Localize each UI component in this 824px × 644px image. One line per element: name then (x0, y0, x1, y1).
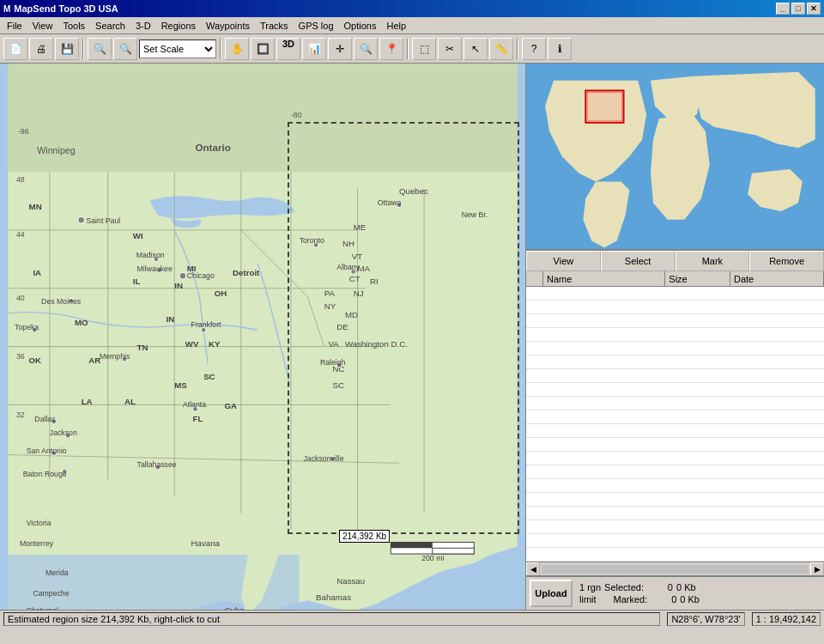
svg-text:Raleigh: Raleigh (320, 358, 346, 367)
menu-regions[interactable]: Regions (156, 20, 201, 32)
marked-count: 0 (651, 594, 676, 605)
svg-text:Ontario: Ontario (195, 142, 230, 153)
svg-text:44: 44 (16, 230, 25, 239)
table-row (526, 534, 824, 548)
svg-text:Washington D.C.: Washington D.C. (345, 339, 408, 349)
crosshair-button[interactable]: ✛ (328, 38, 352, 60)
menu-options[interactable]: Options (339, 20, 382, 32)
table-rows (526, 287, 824, 562)
svg-point-67 (179, 272, 186, 279)
separator-3 (407, 39, 409, 59)
zoom-area-button[interactable]: 🔲 (251, 38, 275, 60)
upload-bar: Upload 1 rgn Selected: 0 0 Kb limit Mark… (526, 575, 824, 610)
print-button[interactable]: 🖨 (29, 38, 53, 60)
new-button[interactable]: 📄 (3, 38, 27, 60)
svg-text:CT: CT (349, 274, 360, 283)
zoom-out-button[interactable]: 🔍 (88, 38, 112, 60)
svg-text:Topeka: Topeka (15, 323, 39, 331)
info-button[interactable]: ℹ (548, 38, 572, 60)
minimize-button[interactable]: _ (776, 3, 790, 15)
table-row (526, 355, 824, 369)
svg-text:Jackson: Jackson (50, 428, 77, 437)
help-button[interactable]: ? (522, 38, 546, 60)
svg-text:OH: OH (215, 289, 227, 298)
menu-search[interactable]: Search (90, 20, 130, 32)
close-button[interactable]: ✕ (807, 3, 821, 15)
svg-text:Victoria: Victoria (27, 519, 52, 527)
svg-text:LA: LA (82, 397, 93, 406)
svg-text:SC: SC (332, 380, 343, 390)
table-row (526, 424, 824, 438)
col-name: Name (543, 271, 665, 286)
svg-text:Dallas: Dallas (34, 415, 56, 423)
separator-2 (220, 39, 221, 59)
world-map[interactable] (526, 64, 824, 251)
svg-text:DE: DE (336, 322, 348, 331)
remove-button[interactable]: Remove (749, 251, 824, 271)
svg-rect-123 (391, 542, 432, 548)
svg-text:NY: NY (324, 301, 336, 311)
save-button[interactable]: 💾 (55, 38, 79, 60)
selected-label: Selected: (604, 582, 644, 592)
menu-help[interactable]: Help (381, 20, 411, 32)
zoom-in-button[interactable]: 🔍 (113, 38, 137, 60)
app-title: MapSend Topo 3D USA (14, 3, 118, 14)
svg-text:Baton Rouge: Baton Rouge (23, 470, 67, 478)
menu-gps-log[interactable]: GPS log (294, 20, 339, 32)
table-row (526, 301, 824, 314)
chart-button[interactable]: 📊 (302, 38, 326, 60)
svg-text:Madison: Madison (136, 251, 165, 259)
svg-text:MN: MN (29, 202, 42, 211)
separator-1 (82, 39, 84, 59)
limit-label: limit (579, 594, 597, 605)
svg-text:Des Moines: Des Moines (41, 297, 82, 306)
menu-3d[interactable]: 3-D (130, 20, 156, 32)
select-button[interactable]: ⬚ (412, 38, 436, 60)
menu-tools[interactable]: Tools (58, 20, 90, 32)
status-scale: 1 : 19,492,142 (752, 612, 821, 626)
maximize-button[interactable]: □ (791, 3, 805, 15)
svg-point-61 (78, 216, 85, 223)
toolbar: 📄 🖨 💾 🔍 🔍 Set Scale ✋ 🔲 3D 📊 ✛ 🔍 📍 ⬚ ✂ ↖… (0, 34, 824, 64)
menu-view[interactable]: View (27, 20, 58, 32)
svg-text:PA: PA (324, 289, 336, 298)
menu-waypoints[interactable]: Waypoints (201, 20, 255, 32)
svg-text:NH: NH (342, 239, 354, 248)
table-row (526, 493, 824, 507)
status-coordinates: N28°6', W78°23' (667, 612, 744, 626)
svg-text:Quebec: Quebec (399, 186, 428, 196)
scroll-right-button[interactable]: ▶ (810, 562, 824, 576)
measure-button[interactable]: 📏 (489, 38, 513, 60)
selected-kb: 0 Kb (676, 582, 696, 592)
svg-text:TN: TN (137, 343, 148, 352)
table-header: Name Size Date (526, 271, 824, 287)
select-table-button[interactable]: Select (601, 251, 676, 271)
mark-button[interactable]: Mark (676, 251, 750, 271)
pan-button[interactable]: ✋ (225, 38, 249, 60)
col-date: Date (730, 271, 824, 286)
view-button[interactable]: View (526, 251, 601, 271)
scroll-left-button[interactable]: ◀ (526, 562, 540, 576)
menu-file[interactable]: File (2, 20, 27, 32)
table-row (526, 287, 824, 301)
svg-text:AL: AL (124, 397, 136, 406)
map-area[interactable]: MN WI MI Detroit IA IL IN OH MO OK AR TN… (0, 64, 525, 610)
3d-button[interactable]: 3D (276, 38, 300, 60)
svg-text:40: 40 (16, 294, 25, 302)
app-icon: M (3, 4, 10, 14)
cut-button[interactable]: ✂ (438, 38, 462, 60)
svg-text:Monterrey: Monterrey (20, 539, 54, 548)
upload-button[interactable]: Upload (530, 580, 573, 607)
svg-text:48: 48 (16, 175, 25, 184)
map-svg: MN WI MI Detroit IA IL IN OH MO OK AR TN… (0, 64, 525, 610)
menu-tracks[interactable]: Tracks (255, 20, 294, 32)
pointer-button[interactable]: ↖ (464, 38, 488, 60)
svg-text:32: 32 (16, 410, 25, 419)
find-button[interactable]: 🔍 (354, 38, 378, 60)
svg-text:Bahamas: Bahamas (316, 592, 351, 602)
table-area: View Select Mark Remove Name Size Date (526, 251, 824, 575)
scale-select[interactable]: Set Scale (139, 39, 216, 58)
scroll-track[interactable] (542, 565, 809, 574)
waypoint-button[interactable]: 📍 (379, 38, 403, 60)
svg-text:Nassau: Nassau (336, 576, 365, 586)
